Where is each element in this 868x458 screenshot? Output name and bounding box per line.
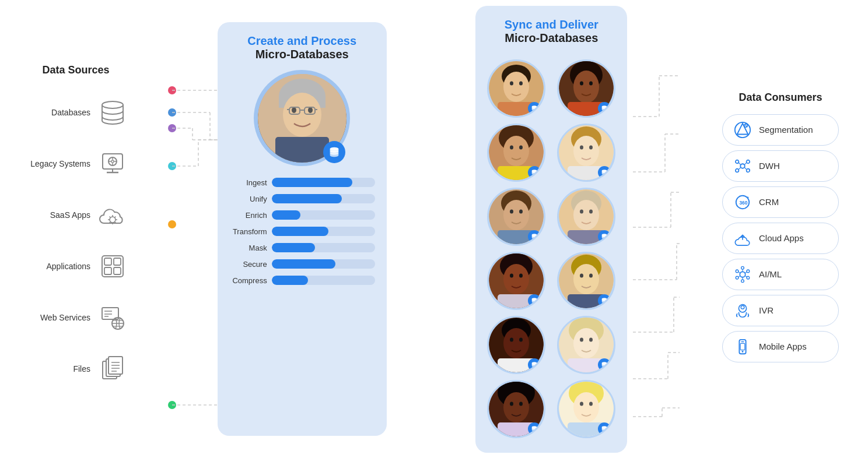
source-item-files: Files [18, 343, 134, 394]
progress-section: Ingest Unify Enrich Transform [229, 178, 375, 285]
webservices-icon [96, 301, 128, 333]
svg-line-182 [744, 167, 747, 169]
ivr-icon [733, 301, 752, 320]
aiml-icon [733, 265, 752, 284]
svg-point-106 [519, 145, 523, 149]
person-container-4 [554, 124, 618, 182]
crm-icon: 360 [733, 193, 752, 212]
mini-db-badge-10 [598, 358, 611, 371]
progress-label-ingest: Ingest [229, 178, 267, 187]
svg-point-199 [741, 305, 744, 309]
main-container: Data Sources Databases Legacy Systems [0, 0, 868, 458]
progress-enrich: Enrich [229, 210, 375, 220]
svg-point-186 [736, 270, 738, 273]
mini-person-11 [487, 380, 545, 438]
data-consumers-column: Data Consumers Segmentation [710, 91, 850, 367]
files-icon [96, 353, 128, 385]
person-container-2 [554, 59, 618, 118]
source-label-databases: Databases [44, 108, 90, 117]
consumer-ivr: IVR [722, 295, 839, 326]
person-container-7 [484, 252, 548, 310]
svg-point-126 [580, 209, 583, 213]
dwh-icon [733, 157, 752, 175]
svg-point-133 [510, 273, 513, 277]
progress-fill-transform [272, 227, 328, 236]
progress-fill-secure [272, 259, 336, 269]
mini-db-badge-8 [598, 294, 611, 307]
applications-icon [96, 250, 128, 282]
svg-point-113 [589, 145, 593, 149]
person-container-3 [484, 124, 548, 182]
svg-point-97 [573, 71, 599, 103]
consumer-label-crm: CRM [759, 197, 779, 207]
data-sources-column: Data Sources Databases Legacy Systems [18, 64, 134, 394]
mini-person-12 [557, 380, 615, 438]
person-container-11 [484, 380, 548, 438]
svg-text:360: 360 [739, 199, 747, 205]
svg-point-98 [580, 81, 583, 85]
cloud-apps-icon [733, 229, 752, 248]
mini-db-badge-2 [598, 102, 611, 115]
dot-applications [168, 220, 176, 228]
progress-bg-unify [272, 194, 375, 203]
mini-person-7 [487, 252, 545, 310]
progress-label-enrich: Enrich [229, 211, 267, 220]
svg-point-147 [510, 337, 513, 341]
person-container-9 [484, 316, 548, 374]
progress-unify: Unify [229, 194, 375, 203]
svg-line-179 [738, 163, 741, 165]
consumer-dwh: DWH [722, 150, 839, 182]
svg-point-188 [736, 276, 738, 279]
svg-point-141 [589, 273, 593, 277]
person-container-10 [554, 316, 618, 374]
consumer-crm: 360 CRM [722, 186, 839, 218]
svg-point-177 [736, 168, 739, 172]
sync-deliver-title-blue: Sync and Deliver [505, 17, 598, 31]
sync-deliver-panel: Sync and Deliver Micro-Databases [475, 6, 627, 453]
mobile-apps-icon [733, 337, 752, 356]
progress-fill-enrich [272, 210, 301, 220]
persons-grid [484, 59, 618, 438]
mini-person-2 [557, 59, 615, 118]
progress-bg-ingest [272, 178, 375, 187]
mini-db-badge-9 [528, 358, 541, 371]
progress-label-mask: Mask [229, 244, 267, 252]
svg-point-80 [308, 107, 313, 113]
progress-bg-enrich [272, 210, 375, 220]
data-consumers-title: Data Consumers [738, 91, 822, 104]
mini-person-5 [487, 188, 545, 246]
svg-point-104 [503, 136, 529, 166]
svg-point-160 [503, 392, 529, 422]
svg-point-153 [573, 328, 599, 358]
progress-bg-transform [272, 227, 375, 236]
svg-point-120 [519, 209, 523, 213]
progress-fill-unify [272, 194, 342, 203]
svg-point-187 [747, 270, 750, 273]
svg-point-140 [580, 273, 583, 277]
mini-db-badge-5 [528, 230, 541, 243]
source-label-saas: SaaS Apps [44, 210, 90, 220]
progress-fill-mask [272, 243, 315, 252]
legacy-icon [96, 147, 128, 179]
data-sources-title: Data Sources [42, 64, 109, 76]
progress-label-secure: Secure [229, 260, 267, 269]
mini-person-4 [557, 124, 615, 182]
mini-db-badge-4 [598, 166, 611, 179]
mini-db-badge-1 [528, 102, 541, 115]
svg-rect-86 [275, 137, 329, 163]
svg-point-190 [741, 266, 744, 269]
consumer-cloud-apps: Cloud Apps [722, 223, 839, 254]
svg-point-162 [519, 401, 523, 406]
svg-point-92 [519, 81, 523, 85]
svg-point-139 [573, 264, 599, 294]
progress-compress: Compress [229, 276, 375, 285]
svg-point-78 [283, 93, 321, 137]
svg-rect-55 [102, 256, 123, 277]
consumer-label-ivr: IVR [759, 305, 774, 315]
svg-point-119 [510, 209, 513, 213]
progress-ingest: Ingest [229, 178, 375, 187]
main-db-badge [323, 141, 345, 163]
progress-mask: Mask [229, 243, 375, 252]
progress-fill-ingest [272, 178, 352, 187]
person-container-8 [554, 252, 618, 310]
